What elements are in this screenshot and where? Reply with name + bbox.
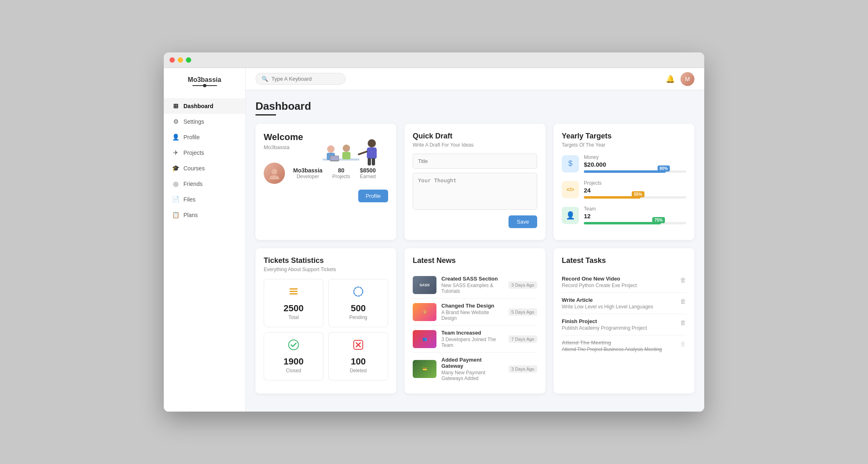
svg-point-7 (368, 139, 376, 147)
search-box[interactable]: 🔍 (255, 73, 346, 85)
svg-rect-14 (289, 288, 298, 290)
courses-icon: 🎓 (172, 165, 179, 172)
money-icon: $ (562, 155, 579, 172)
app-window: Mo3bassia ⊞ Dashboard ⚙ Settings 👤 (164, 52, 704, 412)
task-4-delete-icon[interactable]: 🗑 (680, 340, 686, 347)
news-headline-3: Team Increased (441, 330, 504, 336)
bottom-grid: Tickets Statistics Everything About Supp… (255, 248, 694, 394)
svg-rect-16 (289, 293, 298, 294)
tickets-card: Tickets Statistics Everything About Supp… (255, 248, 396, 394)
projects-bar-fill: 55% (584, 196, 640, 199)
payment-thumb-text: 💳 (423, 367, 427, 371)
news-item-2: 🎨 Changed The Design A Brand New Website… (413, 299, 537, 326)
app-body: Mo3bassia ⊞ Dashboard ⚙ Settings 👤 (164, 68, 704, 412)
deleted-label: Deleted (335, 368, 381, 373)
pending-icon (335, 286, 381, 300)
quick-draft-subtitle: Write A Draft For Your Ideas (413, 142, 537, 148)
traffic-lights (170, 57, 191, 63)
sidebar-item-courses[interactable]: 🎓 Courses (164, 161, 245, 176)
svg-rect-8 (367, 147, 377, 159)
news-thumb-2: 🎨 (413, 303, 436, 321)
sidebar-item-dashboard[interactable]: ⊞ Dashboard (164, 98, 245, 114)
tickets-title: Tickets Statistics (264, 256, 388, 265)
news-desc-1: New SASS Examples & Tutorials (441, 283, 504, 294)
news-desc-2: A Brand New Website Design (441, 310, 504, 321)
sidebar-nav: ⊞ Dashboard ⚙ Settings 👤 Profile ✈ Proje… (164, 98, 245, 223)
sidebar-item-plans[interactable]: 📋 Plans (164, 207, 245, 223)
ticket-pending: 500 Pending (328, 279, 388, 327)
sidebar-item-label-dashboard: Dashboard (183, 103, 213, 109)
closed-label: Closed (271, 368, 316, 373)
svg-point-13 (269, 175, 279, 179)
projects-bar-bg: 55% (584, 196, 686, 199)
svg-point-1 (327, 145, 335, 153)
projects-label: Projects (584, 180, 686, 186)
task-1-delete-icon[interactable]: 🗑 (680, 276, 686, 283)
close-button[interactable] (170, 57, 175, 63)
ticket-total: 2500 Total (264, 279, 323, 327)
news-desc-4: Many New Payment Gateways Added (441, 370, 504, 381)
task-3: Finish Project Publish Academy Programmi… (562, 314, 686, 335)
fullscreen-button[interactable] (186, 57, 191, 63)
team-progress: 75% (584, 222, 686, 224)
profile-button[interactable]: Profile (358, 190, 388, 202)
search-input[interactable] (271, 76, 339, 82)
profile-icon: 👤 (172, 134, 179, 141)
task-4-desc: Attend The Project Business Analysis Mee… (562, 346, 662, 352)
sidebar-item-settings[interactable]: ⚙ Settings (164, 114, 245, 129)
task-2-delete-icon[interactable]: 🗑 (680, 298, 686, 305)
task-2: Write Article Write Low Level vs High Le… (562, 293, 686, 314)
user-avatar[interactable]: M (680, 72, 694, 86)
brand-name: Mo3bassia (172, 76, 237, 84)
quick-draft-card: Quick Draft Write A Draft For Your Ideas… (405, 124, 545, 240)
news-time-2: 5 Days Ago (509, 308, 537, 316)
news-info-3: Team Increased 3 Developers Joined The T… (441, 330, 504, 348)
divider-line (192, 85, 217, 86)
sidebar-item-friends[interactable]: ◎ Friends (164, 176, 245, 192)
news-time-3: 7 Days Ago (509, 335, 537, 343)
titlebar (164, 52, 704, 68)
news-info-4: Added Payment Gateway Many New Payment G… (441, 357, 504, 381)
tickets-grid: 2500 Total 500 Pending (264, 279, 388, 380)
design-thumb: 🎨 (413, 303, 436, 321)
news-thumb-1: SASS (413, 276, 436, 294)
svg-point-18 (289, 340, 298, 350)
sidebar-item-files[interactable]: 📄 Files (164, 192, 245, 207)
notification-bell-icon[interactable]: 🔔 (666, 75, 675, 84)
money-progress: 80% (584, 170, 686, 173)
page-title-underline (255, 114, 276, 115)
news-time-1: 3 Days Ago (509, 281, 537, 289)
draft-thought-textarea[interactable] (413, 173, 537, 210)
target-money: $ Money $20.000 80% (562, 154, 686, 173)
yearly-targets-subtitle: Targets Of The Year (562, 142, 686, 148)
svg-point-17 (354, 287, 363, 296)
ticket-deleted: 100 Deleted (328, 332, 388, 380)
payment-thumb: 💳 (413, 360, 436, 378)
check-icon (271, 339, 316, 353)
task-2-name: Write Article (562, 297, 653, 303)
team-bar-fill: 75% (584, 222, 661, 224)
sidebar-item-label-profile: Profile (183, 134, 200, 140)
svg-rect-10 (372, 158, 375, 165)
files-icon: 📄 (172, 196, 179, 203)
task-1-desc: Record Python Create Exe Project (562, 283, 637, 288)
pending-label: Pending (335, 315, 381, 320)
design-thumb-text: 🎨 (423, 310, 427, 314)
latest-tasks-card: Latest Tasks Record One New Video Record… (554, 248, 694, 394)
yearly-targets-card: Yearly Targets Targets Of The Year $ Mon… (554, 124, 694, 240)
svg-rect-15 (289, 291, 298, 292)
draft-save-button[interactable]: Save (509, 215, 537, 228)
news-info-2: Changed The Design A Brand New Website D… (441, 303, 504, 321)
quick-draft-title: Quick Draft (413, 132, 537, 140)
team-icon: 👤 (562, 207, 579, 224)
minimize-button[interactable] (178, 57, 183, 63)
task-3-desc: Publish Academy Programming Project (562, 325, 647, 331)
list-icon (271, 286, 316, 300)
draft-title-input[interactable] (413, 154, 537, 169)
task-3-delete-icon[interactable]: 🗑 (680, 319, 686, 326)
sidebar-item-profile[interactable]: 👤 Profile (164, 129, 245, 145)
sidebar-item-projects[interactable]: ✈ Projects (164, 145, 245, 161)
team-thumb-text: 👥 (423, 337, 427, 341)
target-team: 👤 Team 12 75% (562, 206, 686, 224)
total-label: Total (271, 315, 316, 320)
